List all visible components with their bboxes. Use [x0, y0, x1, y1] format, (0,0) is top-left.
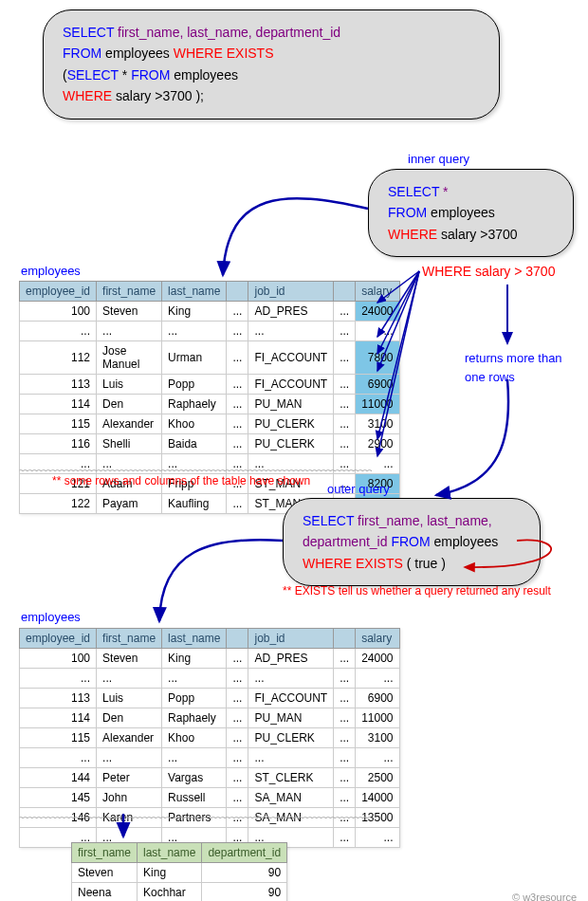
cell: ...: [334, 649, 356, 669]
table-row: 113LuisPopp...FI_ACCOUNT...6900: [20, 689, 400, 708]
cell: ...: [227, 728, 248, 748]
sql-line: FROM employees WHERE EXISTS: [63, 43, 480, 64]
cell: 7800: [356, 341, 399, 375]
cell: ...: [227, 434, 248, 454]
star: *: [443, 184, 448, 199]
star: *: [122, 67, 131, 83]
cell: ...: [334, 414, 356, 434]
kw-columns: department_id: [303, 534, 391, 549]
cell: ...: [334, 768, 356, 788]
cell: ...: [97, 669, 162, 689]
cell: ...: [227, 341, 248, 375]
col-header: last_name: [162, 282, 227, 302]
table-row: .....................: [20, 322, 400, 341]
arrow-outer-to-table2: [159, 540, 283, 621]
sql-line: department_id FROM employees: [303, 531, 521, 552]
col-header: first_name: [97, 282, 162, 302]
employees-caption-1: employees: [21, 264, 81, 278]
cell: ...: [227, 395, 248, 414]
kw-from: FROM: [131, 67, 174, 83]
cell: Vargas: [162, 768, 227, 788]
cell: ...: [334, 708, 356, 728]
cell: ...: [227, 708, 248, 728]
sql-line: SELECT first_name, last_name, department…: [63, 22, 480, 43]
cell: King: [138, 863, 202, 883]
cell: ...: [334, 375, 356, 395]
cell: FI_ACCOUNT: [248, 375, 334, 395]
cell: Den: [97, 395, 162, 414]
cell: 113: [20, 689, 97, 708]
table-row: NeenaKochhar90: [72, 883, 287, 902]
cell: ...: [97, 322, 162, 341]
cell: Payam: [97, 494, 162, 514]
kw-select: SELECT: [303, 513, 358, 528]
table-row: 100StevenKing...AD_PRES...24000: [20, 649, 400, 669]
arrow-returns-to-outer: [436, 379, 508, 495]
cell: FI_ACCOUNT: [248, 689, 334, 708]
cell: ...: [334, 828, 356, 848]
col-header: [334, 282, 356, 302]
kw-where: WHERE: [63, 88, 116, 103]
cell: ...: [227, 322, 248, 341]
cell: 11000: [356, 708, 399, 728]
cell: ...: [248, 322, 334, 341]
kw-from: FROM: [388, 205, 431, 220]
kw-select: SELECT: [63, 25, 118, 40]
kw-table: employees: [431, 205, 495, 220]
cell: Khoo: [162, 728, 227, 748]
kw-true: true: [414, 556, 441, 571]
table-row: StevenKing90: [72, 863, 287, 883]
kw-where-exists: WHERE EXISTS: [303, 556, 407, 571]
cell: Steven: [72, 863, 138, 883]
col-header: first_name: [97, 629, 162, 649]
table-row: 113LuisPopp...FI_ACCOUNT...6900: [20, 375, 400, 395]
inner-query-label: inner query: [408, 152, 469, 166]
paren: );: [195, 88, 204, 103]
table-row: 115AlexanderKhoo...PU_CLERK...3100: [20, 728, 400, 748]
kw-from: FROM: [63, 46, 105, 61]
cell: ...: [227, 788, 248, 808]
cell: ...: [227, 669, 248, 689]
cell: ...: [162, 748, 227, 768]
cell: ...: [334, 669, 356, 689]
cell: ...: [227, 414, 248, 434]
table-row: 116ShelliBaida...PU_CLERK...2900: [20, 434, 400, 454]
cell: ...: [227, 302, 248, 322]
table-row: 144PeterVargas...ST_CLERK...2500: [20, 768, 400, 788]
col-header: employee_id: [20, 282, 97, 302]
table-row: .....................: [20, 748, 400, 768]
sql-line: FROM employees: [388, 202, 554, 223]
cell: Alexander: [97, 414, 162, 434]
cell: ...: [356, 828, 399, 848]
arrow-inner-to-table: [223, 198, 368, 275]
kw-columns: first_name, last_name, department_id: [118, 25, 340, 40]
cell: ...: [227, 748, 248, 768]
cell: Raphaely: [162, 395, 227, 414]
kw-select: SELECT: [388, 184, 443, 199]
cell: 145: [20, 788, 97, 808]
sql-line: WHERE salary >3700 );: [63, 85, 480, 106]
result-table: first_namelast_namedepartment_idStevenKi…: [71, 842, 287, 901]
cell: Den: [97, 708, 162, 728]
where-clause-label: WHERE salary > 3700: [422, 264, 555, 279]
cell: PU_MAN: [248, 708, 334, 728]
cell: ...: [227, 689, 248, 708]
cell: Kaufling: [162, 494, 227, 514]
cell: 14000: [356, 788, 399, 808]
kw-table: employees: [174, 67, 238, 83]
cell: ST_CLERK: [248, 768, 334, 788]
watermark: © w3resource: [512, 892, 577, 901]
cell: ...: [227, 649, 248, 669]
cell: Khoo: [162, 414, 227, 434]
table-row: 145JohnRussell...SA_MAN...14000: [20, 788, 400, 808]
cell: 6900: [356, 689, 399, 708]
cell: 90: [202, 883, 287, 902]
col-header: last_name: [162, 629, 227, 649]
kw-where-exists: WHERE EXISTS: [174, 46, 274, 61]
col-header: job_id: [248, 282, 334, 302]
cell: 24000: [356, 649, 399, 669]
cell: 100: [20, 649, 97, 669]
paren: ): [441, 556, 446, 571]
table-row: 100StevenKing...AD_PRES...24000: [20, 302, 400, 322]
cell: ...: [248, 669, 334, 689]
